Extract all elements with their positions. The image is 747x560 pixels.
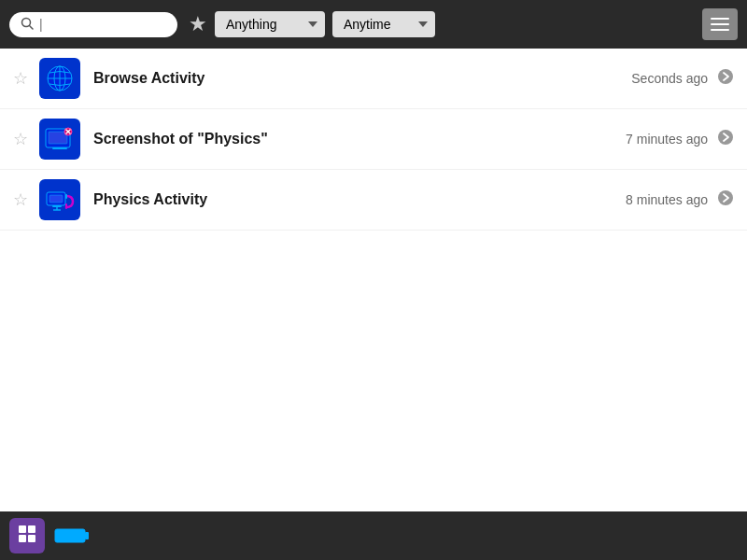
menu-line-3 [711, 29, 729, 31]
svg-rect-27 [85, 532, 89, 539]
svg-rect-25 [28, 535, 35, 542]
taskbar-app-button[interactable] [9, 518, 45, 553]
anything-dropdown[interactable]: Anything Activities Screenshots Files [215, 11, 325, 37]
screenshot-activity-time: 7 minutes ago [626, 132, 708, 147]
list-item[interactable]: ☆ Physics Activity 8 minutes ago [0, 170, 747, 231]
menu-line-1 [711, 18, 729, 20]
svg-line-1 [30, 25, 34, 29]
svg-rect-23 [28, 525, 35, 533]
favorite-star-3[interactable]: ☆ [13, 189, 28, 210]
list-item[interactable]: ☆ Browse Activity Seconds ago [0, 49, 747, 109]
svg-rect-26 [55, 529, 85, 542]
search-input[interactable] [39, 17, 161, 32]
menu-line-2 [711, 23, 729, 25]
screenshot-activity-icon [39, 119, 80, 160]
favorites-star-button[interactable]: ★ [189, 12, 207, 36]
favorite-star-1[interactable]: ☆ [13, 68, 28, 89]
physics-activity-icon [39, 179, 80, 220]
search-icon [21, 17, 34, 33]
svg-point-13 [718, 130, 733, 145]
physics-activity-time: 8 minutes ago [626, 192, 708, 207]
activity-list: ☆ Browse Activity Seconds ago ☆ [0, 49, 747, 231]
svg-rect-9 [52, 147, 67, 149]
browse-activity-icon [39, 58, 80, 99]
screenshot-activity-arrow[interactable] [717, 129, 734, 150]
menu-button[interactable] [702, 8, 738, 40]
physics-activity-arrow[interactable] [717, 189, 734, 211]
taskbar [0, 511, 747, 560]
battery-indicator [54, 525, 92, 546]
svg-rect-16 [52, 205, 62, 207]
anytime-dropdown[interactable]: Anytime Today This week This month [332, 11, 435, 37]
toolbar: ★ Anything Activities Screenshots Files … [0, 0, 747, 49]
star-icon: ★ [189, 12, 207, 35]
svg-point-6 [718, 69, 733, 84]
taskbar-app-icon [17, 524, 37, 548]
list-item[interactable]: ☆ Screenshot of "Physics" 7 minutes ago [0, 109, 747, 170]
screenshot-activity-label: Screenshot of "Physics" [93, 131, 626, 147]
physics-activity-label: Physics Activity [93, 191, 626, 208]
svg-point-21 [718, 190, 733, 205]
favorite-star-2[interactable]: ☆ [13, 129, 28, 149]
svg-rect-15 [49, 195, 63, 203]
search-box [9, 12, 177, 37]
svg-rect-24 [19, 535, 26, 542]
browse-activity-label: Browse Activity [93, 70, 631, 87]
browse-activity-time: Seconds ago [631, 71, 708, 86]
browse-activity-arrow[interactable] [717, 68, 734, 90]
svg-rect-22 [19, 525, 26, 533]
